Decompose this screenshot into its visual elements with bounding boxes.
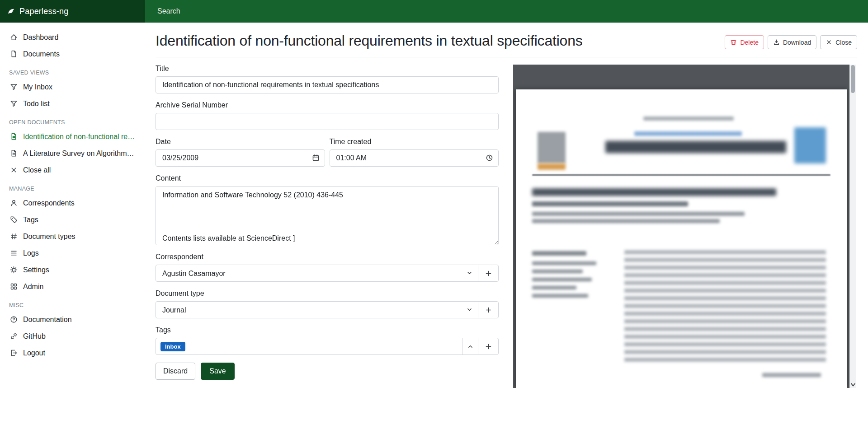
close-button[interactable]: Close: [820, 35, 857, 49]
tags-label: Tags: [156, 326, 499, 334]
sidebar-item-documentation[interactable]: Documentation: [0, 311, 145, 328]
blurred-abstract-block: [624, 250, 826, 364]
funnel-icon: [10, 83, 18, 91]
sidebar-item-label: GitHub: [23, 331, 46, 341]
add-correspondent-button[interactable]: [478, 265, 499, 282]
scroll-down-arrow-icon[interactable]: [850, 383, 856, 387]
delete-button-label: Delete: [740, 39, 758, 46]
form-actions: Discard Save: [156, 363, 499, 391]
sidebar-item-label: Correspondents: [23, 198, 75, 208]
sidebar-item-dashboard[interactable]: Dashboard: [0, 29, 145, 46]
grid-icon: [10, 283, 18, 290]
sidebar-item-label: Documentation: [23, 314, 72, 325]
sidebar-item-label: Identification of non-functional require…: [23, 131, 137, 142]
add-document-type-button[interactable]: [478, 301, 499, 318]
home-icon: [10, 33, 18, 41]
sidebar-item-label: My Inbox: [23, 82, 52, 92]
blurred-journal-masthead: [605, 141, 786, 153]
blurred-article-info-line: [532, 261, 596, 265]
sidebar-item-label: Admin: [23, 281, 43, 292]
blurred-paper-title: [532, 188, 776, 196]
plus-icon: [485, 270, 492, 277]
clock-icon[interactable]: [486, 154, 493, 162]
sidebar-item-tags[interactable]: Tags: [0, 211, 145, 228]
sidebar-item-label: Documents: [23, 49, 60, 59]
sidebar-item-close-all[interactable]: Close all: [0, 162, 145, 178]
chevron-down-icon: [851, 383, 855, 387]
sidebar-section-open-documents: OPEN DOCUMENTS: [0, 119, 145, 126]
date-time-row: Date Time created: [156, 138, 499, 174]
content-textarea[interactable]: Information and Software Technology 52 (…: [156, 186, 499, 245]
sidebar-item-logs[interactable]: Logs: [0, 245, 145, 261]
time-created-input[interactable]: [330, 149, 499, 167]
sidebar-item-label: Document types: [23, 231, 75, 242]
tags-input[interactable]: Inbox: [156, 338, 462, 355]
blurred-article-info-line: [532, 270, 583, 273]
question-circle-icon: [10, 316, 18, 323]
top-navbar: [145, 0, 868, 23]
title-input[interactable]: [156, 76, 499, 93]
content-label: Content: [156, 174, 499, 182]
sidebar-item-logout[interactable]: Logout: [0, 345, 145, 361]
search-input[interactable]: [156, 7, 550, 16]
blurred-article-info-line: [532, 286, 576, 289]
close-icon: [826, 39, 832, 46]
sidebar-item-correspondents[interactable]: Correspondents: [0, 195, 145, 211]
sidebar-item-label: Todo list: [23, 98, 50, 109]
logout-icon: [10, 349, 18, 357]
discard-button[interactable]: Discard: [156, 363, 195, 380]
hash-icon: [10, 233, 18, 240]
archive-serial-number-input[interactable]: [156, 113, 499, 130]
correspondent-select[interactable]: Agustin Casamayor: [156, 265, 478, 282]
date-field: Date: [156, 138, 325, 167]
blurred-publisher-logo-accent: [538, 163, 566, 170]
brand-name: Paperless-ng: [19, 7, 68, 16]
sidebar-item-my-inbox[interactable]: My Inbox: [0, 79, 145, 95]
sidebar-item-todo-list[interactable]: Todo list: [0, 95, 145, 112]
time-created-field: Time created: [330, 138, 499, 167]
save-button[interactable]: Save: [201, 363, 234, 380]
file-text-icon: [10, 149, 18, 157]
list-icon: [10, 249, 18, 257]
sidebar-item-document-types[interactable]: Document types: [0, 228, 145, 245]
document-type-select[interactable]: Journal: [156, 301, 478, 318]
tag-badge-inbox[interactable]: Inbox: [160, 342, 185, 351]
document-actions: Delete Download Close: [725, 35, 857, 49]
sidebar-item-documents[interactable]: Documents: [0, 46, 145, 62]
app-root: Paperless-ng Dashboard Documents SAVED V…: [0, 0, 868, 443]
blurred-homepage-link-line: [634, 131, 742, 136]
sidebar-item-admin[interactable]: Admin: [0, 278, 145, 295]
pdf-viewer[interactable]: [513, 65, 849, 388]
download-button-label: Download: [783, 39, 811, 46]
blurred-affiliation-line: [532, 212, 745, 216]
calendar-icon[interactable]: [312, 154, 320, 162]
blurred-rule-line: [532, 174, 830, 176]
blurred-affiliation-line: [532, 219, 720, 223]
plus-icon: [485, 306, 492, 314]
tags-field: Tags Inbox: [156, 326, 499, 355]
download-button[interactable]: Download: [768, 35, 816, 49]
title-label: Title: [156, 65, 499, 73]
preview-scrollbar-thumb[interactable]: [851, 65, 855, 93]
sidebar-open-document-1[interactable]: Identification of non-functional require…: [0, 128, 145, 145]
date-input[interactable]: [156, 149, 325, 167]
blurred-article-info-line: [532, 278, 592, 281]
gear-icon: [10, 266, 18, 274]
link-icon: [10, 332, 18, 340]
blurred-brand-logo: [794, 127, 826, 163]
date-label: Date: [156, 138, 325, 146]
tags-collapse-button[interactable]: [462, 338, 478, 355]
tag-icon: [10, 216, 18, 224]
sidebar-item-label: Settings: [23, 265, 49, 275]
sidebar-item-github[interactable]: GitHub: [0, 328, 145, 345]
plus-icon: [485, 343, 492, 350]
sidebar-item-settings[interactable]: Settings: [0, 261, 145, 278]
preview-scrollbar[interactable]: [849, 65, 856, 388]
close-button-label: Close: [835, 39, 852, 46]
blurred-publisher-logo: [538, 132, 566, 163]
delete-button[interactable]: Delete: [725, 35, 764, 49]
sidebar-open-document-2[interactable]: A Literature Survey on Algorithms for Mu…: [0, 145, 145, 162]
sidebar-section-saved-views: SAVED VIEWS: [0, 70, 145, 76]
add-tag-button[interactable]: [478, 338, 499, 355]
brand[interactable]: Paperless-ng: [0, 0, 145, 23]
